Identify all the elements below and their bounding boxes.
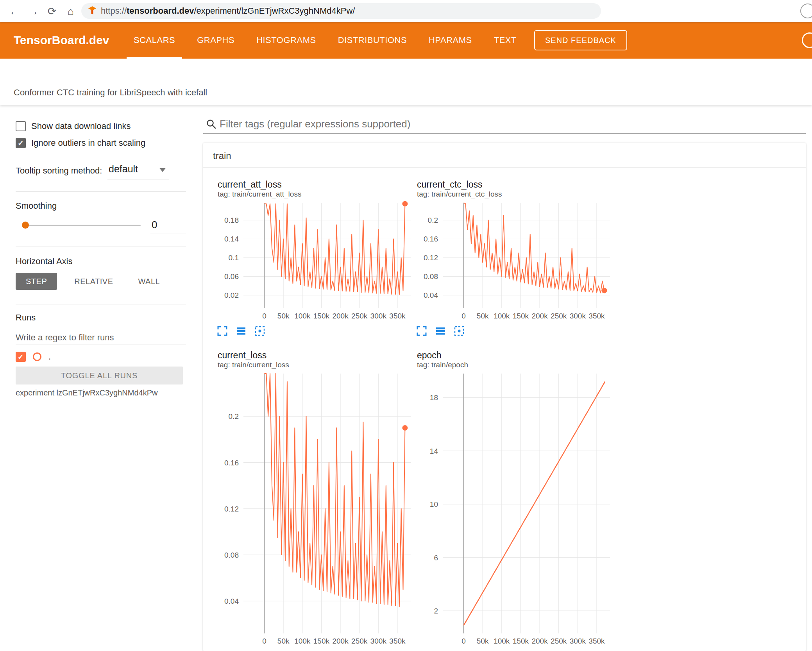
chevron-down-icon[interactable] [159,168,166,172]
url-bar[interactable]: https://tensorboard.dev/experiment/lzGnE… [81,3,601,19]
svg-text:350k: 350k [588,637,605,645]
tab-scalars[interactable]: SCALARS [123,22,186,59]
dropdown-underline [107,179,169,179]
run-checkbox[interactable]: ✓ [16,352,26,362]
svg-text:200k: 200k [531,312,548,320]
chart-toolbar [415,325,612,338]
check-icon: ✓ [18,139,24,148]
smoothing-value-underline [150,234,186,234]
chart-card-current-ctc-loss: current_ctc_loss tag: train/current_ctc_… [412,179,612,338]
svg-text:6: 6 [434,554,438,562]
svg-text:0.08: 0.08 [224,551,239,559]
search-icon [206,119,217,131]
data-table-icon[interactable] [235,325,247,338]
tab-graphs[interactable]: GRAPHS [186,22,245,59]
url-text: https://tensorboard.dev/experiment/lzGnE… [101,6,355,16]
tooltip-sorting-dropdown[interactable]: default [109,163,138,175]
svg-text:300k: 300k [370,637,387,645]
line-chart-current-loss[interactable]: 0.040.080.120.160.2050k100k150k200k250k3… [213,371,413,649]
fullscreen-icon[interactable] [415,325,428,338]
relative-button[interactable]: RELATIVE [66,273,121,290]
wall-button[interactable]: WALL [130,273,168,290]
smoothing-value: 0 [152,219,157,231]
svg-text:0.04: 0.04 [424,291,438,299]
svg-text:14: 14 [430,447,438,455]
home-button[interactable]: ⌂ [63,4,78,19]
chart-card-epoch: epoch tag: train/epoch 26101418050k100k1… [412,350,612,649]
run-color-swatch[interactable] [33,352,41,361]
svg-text:10: 10 [430,500,438,508]
tab-text[interactable]: TEXT [483,22,528,59]
train-card: train current_att_loss tag: train/curren… [203,143,806,651]
svg-text:250k: 250k [351,312,368,320]
tab-distributions[interactable]: DISTRIBUTIONS [327,22,418,59]
divider [203,167,806,168]
svg-text:250k: 250k [551,312,567,320]
svg-text:50k: 50k [477,637,489,645]
browser-chrome: ← → ⟳ ⌂ https://tensorboard.dev/experime… [0,0,812,22]
svg-text:0.16: 0.16 [224,459,239,467]
svg-text:350k: 350k [389,637,406,645]
show-download-links-row: Show data download links [16,121,131,131]
smoothing-label: Smoothing [16,201,57,211]
chart-card-current-loss: current_loss tag: train/current_loss 0.0… [213,350,413,649]
ignore-outliers-checkbox[interactable]: ✓ [16,138,26,148]
tag-filter-underline [203,133,806,134]
section-title[interactable]: train [213,150,231,161]
toggle-all-runs-button[interactable]: TOGGLE ALL RUNS [16,367,183,385]
run-row: ✓ . [16,352,51,362]
home-icon: ⌂ [68,5,74,17]
nav-tabs: SCALARS GRAPHS HISTOGRAMS DISTRIBUTIONS … [123,22,528,59]
svg-text:300k: 300k [370,312,387,320]
line-chart-current-ctc-loss[interactable]: 0.040.080.120.160.2050k100k150k200k250k3… [412,200,612,324]
svg-text:0.08: 0.08 [424,272,438,281]
smoothing-slider-track[interactable] [22,225,141,226]
browser-avatar[interactable] [800,4,812,18]
chart-tag: tag: train/current_att_loss [218,190,413,199]
show-download-links-checkbox[interactable] [16,121,26,131]
check-icon: ✓ [18,352,24,361]
fit-domain-icon[interactable] [453,325,465,338]
experiment-caption: experiment lzGnETjwRxC3yghNMd4kPw [16,388,157,397]
line-chart-current-att-loss[interactable]: 0.020.060.10.140.18050k100k150k200k250k3… [213,200,413,324]
step-button[interactable]: STEP [16,273,57,290]
chart-card-current-att-loss: current_att_loss tag: train/current_att_… [213,179,413,338]
chart-title: current_ctc_loss [417,179,612,190]
svg-text:0: 0 [461,637,466,645]
fullscreen-icon[interactable] [216,325,229,338]
svg-text:200k: 200k [332,312,349,320]
svg-text:2: 2 [434,607,438,615]
tag-filter-input[interactable] [220,116,798,131]
svg-text:50k: 50k [277,637,290,645]
forward-icon: → [28,5,39,17]
forward-button[interactable]: → [26,4,41,19]
send-feedback-button[interactable]: SEND FEEDBACK [534,30,627,50]
url-domain: tensorboard.dev [127,6,194,16]
svg-text:100k: 100k [294,637,311,645]
runs-filter-input[interactable] [16,330,186,345]
svg-text:100k: 100k [494,637,510,645]
tab-histograms[interactable]: HISTOGRAMS [245,22,327,59]
back-button[interactable]: ← [7,4,22,19]
url-scheme: https:// [101,6,127,16]
page: ← → ⟳ ⌂ https://tensorboard.dev/experime… [0,0,812,651]
fit-domain-icon[interactable] [254,325,266,338]
svg-text:0.06: 0.06 [224,272,239,281]
svg-text:100k: 100k [294,312,311,320]
svg-text:0.16: 0.16 [424,235,438,243]
show-download-links-label: Show data download links [31,121,131,131]
line-chart-epoch[interactable]: 26101418050k100k150k200k250k300k350k [412,371,612,649]
svg-text:300k: 300k [570,637,586,645]
reload-button[interactable]: ⟳ [45,4,59,19]
horizontal-axis-buttons: STEP RELATIVE WALL [16,273,168,290]
chart-title: epoch [417,350,612,361]
experiment-title: Conformer CTC training for LibriSpeech w… [14,88,207,98]
tab-hparams[interactable]: HPARAMS [418,22,483,59]
data-table-icon[interactable] [434,325,447,338]
svg-text:0.02: 0.02 [224,291,239,299]
svg-text:200k: 200k [332,637,349,645]
header-avatar[interactable] [802,32,812,48]
smoothing-slider-thumb[interactable] [22,222,29,229]
divider [16,191,186,192]
svg-text:350k: 350k [389,312,406,320]
